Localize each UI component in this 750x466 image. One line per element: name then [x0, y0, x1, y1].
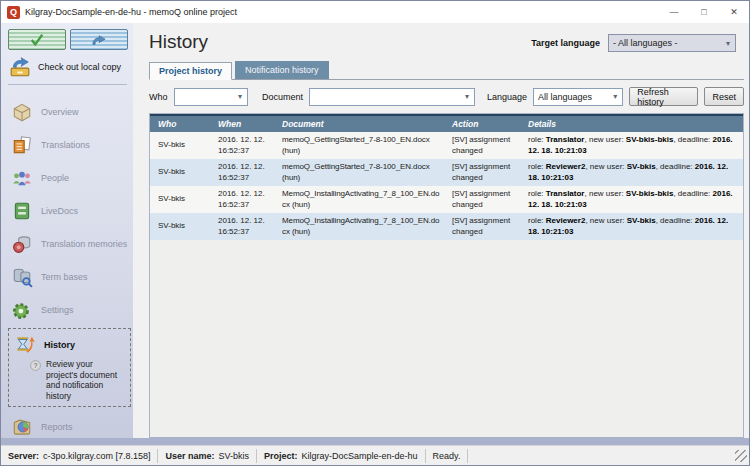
target-language-select[interactable]: - All languages - ▾	[608, 34, 736, 52]
sidebar-item-settings[interactable]: Settings	[8, 293, 131, 326]
cell-who: SV-bkis	[150, 192, 210, 206]
who-combobox[interactable]: ▾	[174, 88, 249, 106]
cell-details: role: Reviewer2, new user: SV-bkis, dead…	[520, 160, 743, 185]
cell-when: 2016. 12. 12. 16:52:37	[210, 187, 274, 212]
page-title: History	[149, 31, 208, 53]
checkout-arrow-icon	[90, 33, 108, 47]
cell-who: SV-bkis	[150, 138, 210, 152]
target-language-value: - All languages -	[613, 38, 678, 48]
drawer-checkout-icon	[8, 56, 32, 78]
sidebar-item-label: LiveDocs	[41, 206, 78, 216]
refresh-history-button[interactable]: Refresh history	[629, 87, 698, 106]
table-row[interactable]: SV-bkis 2016. 12. 12. 16:52:37 MemoQ_Ins…	[150, 213, 743, 240]
cell-when: 2016. 12. 12. 16:52:37	[210, 214, 274, 239]
memory-db-icon	[10, 233, 34, 255]
term-db-icon	[10, 266, 34, 288]
titlebar: Q Kilgray-DocSample-en-de-hu - memoQ onl…	[1, 1, 749, 23]
sidebar-item-people[interactable]: People	[8, 161, 131, 194]
close-button[interactable]: ✕	[719, 1, 749, 23]
checkmark-icon	[28, 33, 46, 47]
gear-icon	[10, 299, 34, 321]
cell-who: SV-bkis	[150, 165, 210, 179]
people-icon	[10, 167, 34, 189]
sidebar-item-translations[interactable]: Translations	[8, 128, 131, 161]
chevron-down-icon: ▾	[233, 92, 247, 101]
table-row[interactable]: SV-bkis 2016. 12. 12. 16:52:37 memoQ_Get…	[150, 132, 743, 159]
cell-document: MemoQ_InstallingActivating_7_8_100_EN.do…	[274, 187, 444, 212]
table-row[interactable]: SV-bkis 2016. 12. 12. 16:52:37 memoQ_Get…	[150, 159, 743, 186]
tab-project-history[interactable]: Project history	[149, 62, 232, 80]
cell-document: memoQ_GettingStarted_7-8-100_EN.docx (hu…	[274, 160, 444, 185]
resize-grip[interactable]	[735, 450, 747, 462]
column-header-document[interactable]: Document	[274, 116, 444, 132]
statusbar-username: User name: SV-bkis	[158, 449, 257, 463]
sidebar-item-livedocs[interactable]: LiveDocs	[8, 194, 131, 227]
sidebar-toolbar	[8, 29, 131, 50]
hourglass-icon	[13, 334, 37, 356]
statusbar-ready: Ready.	[426, 449, 469, 463]
history-description-text: Review your project's document and notif…	[46, 359, 124, 402]
svg-text:?: ?	[34, 362, 38, 370]
memoq-online-project-window: Q Kilgray-DocSample-en-de-hu - memoQ onl…	[0, 0, 750, 466]
sidebar: Check out local copy Overview Translatio…	[1, 23, 133, 438]
package-icon	[10, 101, 34, 123]
sidebar-item-overview[interactable]: Overview	[8, 95, 131, 128]
sidebar-item-label: Reports	[41, 422, 73, 432]
sidebar-item-translation-memories[interactable]: Translation memories	[8, 227, 131, 260]
sidebar-item-label: History	[44, 340, 75, 350]
chevron-down-icon: ▾	[608, 92, 622, 101]
cell-details: role: Reviewer2, new user: SV-bkis, dead…	[520, 214, 743, 239]
cell-action: [SV] assignment changed	[444, 133, 520, 158]
cell-document: MemoQ_InstallingActivating_7_8_100_EN.do…	[274, 214, 444, 239]
help-icon: ?	[29, 359, 42, 372]
chevron-down-icon: ▾	[460, 92, 474, 101]
history-description: ? Review your project's document and not…	[11, 359, 128, 402]
commit-button[interactable]	[8, 29, 66, 50]
column-header-when[interactable]: When	[210, 116, 274, 132]
column-header-action[interactable]: Action	[444, 116, 520, 132]
pie-chart-icon	[10, 416, 34, 438]
column-header-details[interactable]: Details	[520, 116, 743, 132]
history-tabs: Project history Notification history	[149, 61, 744, 80]
sidebar-divider	[8, 84, 127, 85]
sidebar-item-history[interactable]: History	[11, 331, 128, 359]
documents-icon	[10, 134, 34, 156]
main-panel: History Target language - All languages …	[133, 23, 749, 438]
language-value: All languages	[538, 92, 592, 102]
who-label: Who	[149, 92, 168, 102]
history-table: Who When Document Action Details SV-bkis…	[149, 113, 744, 438]
sidebar-selected-item-box: History ? Review your project's document…	[8, 328, 131, 407]
table-header: Who When Document Action Details	[150, 114, 743, 132]
check-out-local-copy[interactable]: Check out local copy	[8, 56, 131, 78]
cell-action: [SV] assignment changed	[444, 214, 520, 239]
statusbar: Server: c-3po.kilgray.com [7.8.158] User…	[1, 445, 749, 465]
minimize-button[interactable]: —	[659, 1, 689, 23]
cell-details: role: Translator, new user: SV-bkis-bkis…	[520, 187, 743, 212]
language-select[interactable]: All languages ▾	[533, 88, 623, 106]
target-language-label: Target language	[531, 38, 600, 48]
memoq-app-icon: Q	[7, 6, 20, 19]
reset-button[interactable]: Reset	[704, 87, 744, 106]
cell-when: 2016. 12. 12. 16:52:37	[210, 133, 274, 158]
sidebar-item-reports[interactable]: Reports	[8, 411, 131, 439]
chevron-down-icon: ▾	[721, 39, 735, 48]
document-label: Document	[262, 92, 303, 102]
statusbar-server: Server: c-3po.kilgray.com [7.8.158]	[1, 449, 158, 463]
sidebar-item-label: Settings	[41, 305, 74, 315]
sidebar-item-label: Overview	[41, 107, 79, 117]
cell-document: memoQ_GettingStarted_7-8-100_EN.docx (hu…	[274, 133, 444, 158]
checkout-label: Check out local copy	[38, 62, 121, 72]
sidebar-item-label: Translation memories	[41, 239, 127, 249]
column-header-who[interactable]: Who	[150, 116, 210, 132]
table-row[interactable]: SV-bkis 2016. 12. 12. 16:52:37 MemoQ_Ins…	[150, 186, 743, 213]
statusbar-project: Project: Kilgray-DocSample-en-de-hu	[257, 449, 426, 463]
maximize-button[interactable]: □	[689, 1, 719, 23]
tab-notification-history[interactable]: Notification history	[235, 61, 329, 79]
document-combobox[interactable]: ▾	[309, 88, 475, 106]
window-title: Kilgray-DocSample-en-de-hu - memoQ onlin…	[25, 7, 659, 17]
checkout-toolbar-button[interactable]	[70, 29, 128, 50]
sidebar-item-label: Translations	[41, 140, 90, 150]
cell-who: SV-bkis	[150, 219, 210, 233]
sidebar-item-term-bases[interactable]: Term bases	[8, 260, 131, 293]
filter-bar: Who ▾ Document ▾ Language All languages …	[149, 87, 744, 106]
